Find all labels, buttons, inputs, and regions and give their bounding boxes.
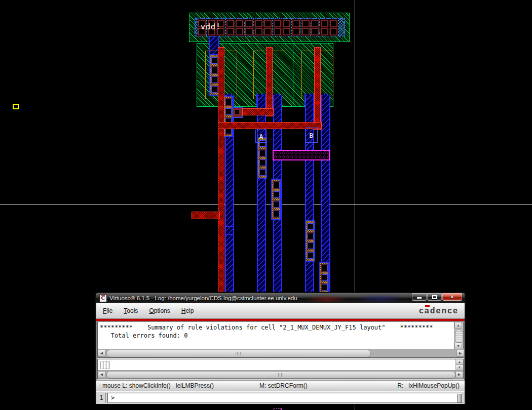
diffusion-contact-column[interactable] (209, 54, 219, 96)
contact-cut (225, 99, 232, 105)
contact-cut (259, 169, 265, 176)
window-title: Virtuoso® 6.1.5 - Log: /home/yurgelon/CD… (109, 295, 297, 301)
scroll-right-button[interactable]: ▶ (455, 371, 463, 378)
command-input-area[interactable]: ▲ ▼ ◀ ▶ (97, 359, 464, 379)
pin-b-label: B (310, 132, 314, 139)
scroll-left-button[interactable]: ◀ (98, 350, 105, 357)
contact-cut (308, 252, 314, 259)
metal1-segment-divider (225, 234, 234, 235)
diffusion-contact-column[interactable] (271, 179, 281, 220)
horizontal-scrollbar[interactable]: ◀ ▶ (98, 349, 464, 357)
poly-select-stub[interactable] (192, 212, 220, 219)
menu-help[interactable]: Help (177, 306, 199, 316)
menu-options[interactable]: Options (144, 306, 174, 316)
input-horizontal-scrollbar[interactable]: ◀ ▶ (98, 370, 463, 379)
rail-contact-cut (311, 20, 319, 27)
diffusion-contact-column[interactable] (305, 220, 315, 262)
minimize-button[interactable] (412, 293, 427, 301)
close-icon: ✕ (450, 295, 454, 300)
rail-contact-cut (283, 20, 290, 27)
rail-contact-cut (264, 20, 272, 27)
diffusion-contact-column[interactable] (257, 137, 267, 179)
contact-cut (322, 265, 328, 271)
rail-contact-cut (236, 28, 243, 35)
contact-cut (308, 233, 314, 239)
command-input-field[interactable] (98, 359, 456, 371)
scroll-right-button[interactable]: ▶ (457, 350, 464, 357)
contact-cut (274, 182, 280, 188)
contact-cut (274, 211, 280, 217)
rail-contact-cut (255, 20, 262, 27)
poly-contact[interactable] (232, 107, 243, 118)
origin-marker[interactable] (13, 104, 19, 109)
cadence-logo: cadence (419, 306, 459, 315)
rail-contact-cut (245, 28, 253, 35)
cadence-accent-line (96, 318, 465, 321)
contact-cut (211, 76, 217, 83)
axis-horizontal-line (0, 204, 532, 204)
maximize-icon (432, 295, 437, 299)
rail-contact-cut (274, 20, 281, 27)
rail-contact-cut (330, 20, 337, 27)
close-button[interactable]: ✕ (442, 293, 462, 301)
poly-trace-gate2[interactable] (242, 108, 274, 115)
title-bar[interactable]: C Virtuoso® 6.1.5 - Log: /home/yurgelon/… (96, 293, 465, 303)
poly-select-line[interactable] (218, 106, 224, 294)
status-bar: mouse L: showClickInfo() _leiLMBPress() … (96, 380, 465, 391)
menu-tools[interactable]: Tools (119, 306, 142, 316)
minimize-icon (417, 297, 422, 299)
poly-gate[interactable] (314, 47, 321, 130)
horizontal-scroll-thumb[interactable] (106, 350, 371, 357)
metal2-output-bar[interactable] (273, 150, 330, 160)
poly-gate[interactable] (266, 47, 273, 116)
power-rail-label[interactable]: vdd! (201, 22, 221, 31)
pin-a[interactable]: A (255, 130, 267, 143)
prompt-bar[interactable]: 1 > (96, 391, 465, 404)
rail-contact-cut (292, 20, 300, 27)
prompt-input[interactable]: > (107, 393, 463, 403)
rail-contact-cut (292, 28, 300, 35)
contact-cut (308, 242, 314, 249)
vertical-scroll-thumb[interactable] (455, 330, 463, 343)
prompt-line-number: 1 (97, 393, 106, 403)
contact-cut (211, 57, 217, 64)
maximize-button[interactable] (427, 293, 442, 301)
active-region-divider (293, 43, 293, 106)
rail-contact-cut (321, 20, 328, 27)
scroll-left-button[interactable]: ◀ (98, 371, 105, 378)
contact-cut (322, 284, 328, 291)
menu-file[interactable]: File (98, 306, 117, 316)
poly-contact-cut (235, 110, 239, 114)
contact-cut (322, 274, 328, 281)
console-line: Total errors found: 0 (100, 332, 452, 340)
pin-a-label: A (259, 133, 263, 140)
input-scroll-thumb[interactable] (106, 371, 455, 379)
spin-up-icon[interactable]: ▲ (456, 359, 463, 365)
console-line: ********* Summary of rule violations for… (100, 323, 452, 332)
layout-canvas[interactable]: vdd! A B Z S C Virtuoso® 6.1.5 - Log: /h… (0, 0, 532, 410)
rail-contact-cut (264, 28, 272, 35)
console-output-text[interactable]: ********* Summary of rule violations for… (98, 322, 454, 349)
poly-gate[interactable] (218, 47, 224, 107)
rail-contact-cut (311, 28, 319, 35)
status-middle-binding: M: setDRCForm() (259, 382, 308, 389)
diffusion-contact-column[interactable] (223, 96, 233, 137)
rail-contact-cut (255, 28, 262, 35)
contact-cut (259, 159, 265, 166)
virtuoso-ciw-window[interactable]: C Virtuoso® 6.1.5 - Log: /home/yurgelon/… (95, 292, 466, 404)
contact-cut (259, 150, 265, 156)
prompt-symbol: > (111, 394, 115, 401)
prompt-resize-grip[interactable] (457, 394, 462, 403)
menu-bar: FileToolsOptionsHelpcadence (96, 303, 465, 319)
scroll-up-button[interactable]: ▲ (454, 322, 462, 329)
contact-cut (211, 67, 217, 73)
pin-b[interactable]: B (305, 128, 318, 143)
history-spinner[interactable]: ▲ ▼ (455, 359, 463, 371)
contact-cut (211, 86, 217, 93)
rail-contact-cut (245, 20, 253, 27)
vertical-scrollbar[interactable]: ▲ ▼ (454, 322, 463, 349)
contact-cut (274, 191, 280, 198)
rail-contact-cut (236, 20, 243, 27)
console-output-area[interactable]: ********* Summary of rule violations for… (97, 321, 464, 358)
cadence-window-icon[interactable]: C (99, 295, 107, 302)
